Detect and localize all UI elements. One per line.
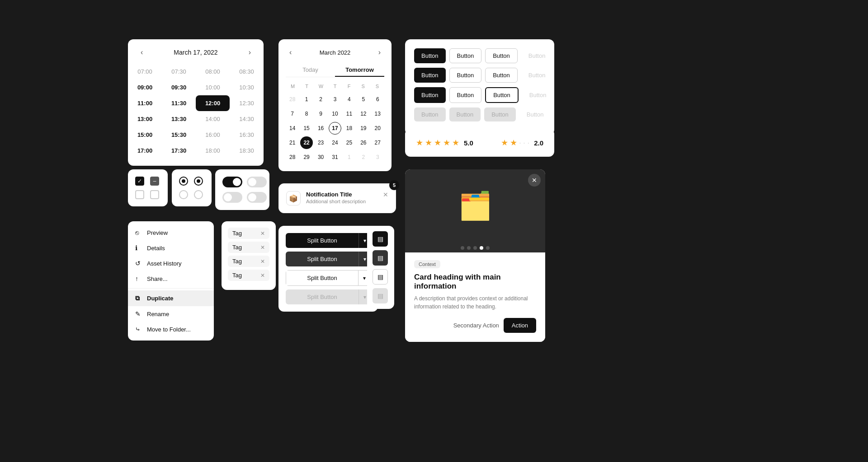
button-0-3[interactable]: Button bbox=[521, 48, 553, 63]
notification-close-button[interactable]: ✕ bbox=[383, 191, 388, 198]
time-cell[interactable]: 17:00 bbox=[128, 143, 162, 159]
calendar-cell[interactable]: 19 bbox=[357, 122, 370, 135]
time-cell[interactable]: 16:30 bbox=[230, 127, 264, 143]
calendar-cell[interactable]: 31 bbox=[329, 151, 341, 163]
calendar-cell[interactable]: 5 bbox=[357, 93, 370, 106]
calendar-cell[interactable]: 25 bbox=[343, 136, 355, 149]
tag-close-button[interactable]: ✕ bbox=[260, 230, 265, 237]
time-cell[interactable]: 07:00 bbox=[128, 64, 162, 79]
calendar-cell[interactable]: 3 bbox=[329, 93, 341, 106]
calendar-cell[interactable]: 27 bbox=[371, 136, 384, 149]
calendar-cell[interactable]: 4 bbox=[343, 93, 355, 106]
checkbox-unchecked-1[interactable] bbox=[135, 190, 144, 199]
menu-item-duplicate[interactable]: ⧉Duplicate bbox=[128, 290, 214, 306]
calendar-cell[interactable]: 14 bbox=[286, 122, 299, 135]
calendar-cell[interactable]: 10 bbox=[329, 107, 341, 120]
time-cell[interactable]: 14:30 bbox=[230, 111, 264, 127]
button-1-2[interactable]: Button bbox=[485, 68, 518, 83]
calendar-cell[interactable]: 12 bbox=[357, 107, 370, 120]
carousel-dot[interactable] bbox=[473, 246, 477, 250]
time-cell[interactable]: 12:30 bbox=[230, 95, 264, 111]
button-2-2[interactable]: Button bbox=[485, 87, 519, 103]
carousel-dot[interactable] bbox=[480, 246, 483, 250]
time-cell[interactable]: 17:30 bbox=[162, 143, 196, 159]
tag-close-button[interactable]: ✕ bbox=[260, 258, 265, 265]
time-cell[interactable]: 13:00 bbox=[128, 111, 162, 127]
menu-item-rename[interactable]: ✎Rename bbox=[128, 306, 214, 322]
button-2-0[interactable]: Button bbox=[414, 87, 446, 103]
time-cell[interactable]: 15:00 bbox=[128, 127, 162, 143]
carousel-dot[interactable] bbox=[467, 246, 471, 250]
calendar-cell[interactable]: 29 bbox=[300, 151, 313, 163]
radio-unselected-1[interactable] bbox=[179, 190, 188, 199]
icon-button-black[interactable]: ▤ bbox=[373, 231, 388, 247]
carousel-dot[interactable] bbox=[486, 246, 490, 250]
time-cell[interactable]: 10:30 bbox=[230, 79, 264, 95]
calendar-cell[interactable]: 16 bbox=[315, 122, 327, 135]
time-cell[interactable]: 09:30 bbox=[162, 79, 196, 95]
calendar-cell[interactable]: 28 bbox=[286, 151, 299, 163]
button-0-1[interactable]: Button bbox=[449, 48, 482, 63]
radio-unselected-2[interactable] bbox=[194, 190, 203, 199]
modal-secondary-action-button[interactable]: Secondary Action bbox=[453, 322, 499, 329]
cal-next-button[interactable]: › bbox=[375, 47, 384, 58]
calendar-cell[interactable]: 15 bbox=[300, 122, 313, 135]
modal-close-button[interactable]: ✕ bbox=[528, 174, 541, 187]
time-cell[interactable]: 09:00 bbox=[128, 79, 162, 95]
calendar-cell[interactable]: 30 bbox=[315, 151, 327, 163]
calendar-cell[interactable]: 2 bbox=[315, 93, 327, 106]
calendar-cell[interactable]: 1 bbox=[300, 93, 313, 106]
tag-close-button[interactable]: ✕ bbox=[260, 272, 265, 279]
calendar-cell[interactable]: 9 bbox=[315, 107, 327, 120]
checkbox-indeterminate[interactable]: – bbox=[150, 177, 159, 186]
time-cell[interactable]: 08:30 bbox=[230, 64, 264, 79]
time-cell[interactable]: 16:00 bbox=[196, 127, 230, 143]
checkbox-checked-1[interactable]: ✓ bbox=[135, 177, 144, 186]
calendar-cell[interactable]: 20 bbox=[371, 122, 384, 135]
calendar-cell[interactable]: 8 bbox=[300, 107, 313, 120]
checkbox-unchecked-2[interactable] bbox=[150, 190, 159, 199]
toggle-off-1[interactable] bbox=[247, 177, 267, 187]
button-1-0[interactable]: Button bbox=[414, 68, 446, 83]
menu-item-preview[interactable]: ⎋Preview bbox=[128, 225, 214, 240]
time-cell[interactable]: 12:00 bbox=[196, 95, 230, 111]
icon-button-outline[interactable]: ▤ bbox=[373, 269, 388, 285]
menu-item-share...[interactable]: ↑Share... bbox=[128, 271, 214, 286]
cal-prev-button[interactable]: ‹ bbox=[286, 47, 295, 58]
toggle-off-3[interactable] bbox=[247, 192, 267, 203]
time-cell[interactable]: 13:30 bbox=[162, 111, 196, 127]
calendar-cell[interactable]: 11 bbox=[343, 107, 355, 120]
menu-item-move-to-folder...[interactable]: ⤷Move to Folder... bbox=[128, 322, 214, 337]
calendar-cell[interactable]: 7 bbox=[286, 107, 299, 120]
button-0-2[interactable]: Button bbox=[485, 48, 518, 63]
time-cell[interactable]: 07:30 bbox=[162, 64, 196, 79]
tag-close-button[interactable]: ✕ bbox=[260, 244, 265, 251]
time-cell[interactable]: 11:30 bbox=[162, 95, 196, 111]
calendar-cell[interactable]: 21 bbox=[286, 136, 299, 149]
time-cell[interactable]: 08:00 bbox=[196, 64, 230, 79]
button-1-3[interactable]: Button bbox=[521, 68, 553, 83]
calendar-cell[interactable]: 3 bbox=[371, 151, 384, 163]
time-cell[interactable]: 14:00 bbox=[196, 111, 230, 127]
button-0-0[interactable]: Button bbox=[414, 48, 446, 63]
calendar-cell[interactable]: 2 bbox=[357, 151, 370, 163]
calendar-cell[interactable]: 26 bbox=[357, 136, 370, 149]
calendar-cell[interactable]: 22 bbox=[300, 136, 313, 149]
toggle-off-2[interactable] bbox=[222, 192, 242, 203]
split-button-main[interactable]: Split Button bbox=[286, 270, 359, 286]
calendar-cell[interactable]: 18 bbox=[343, 122, 355, 135]
calendar-cell[interactable]: 13 bbox=[371, 107, 384, 120]
calendar-cell[interactable]: 17 bbox=[329, 122, 341, 135]
carousel-dot[interactable] bbox=[461, 246, 464, 250]
split-button-main[interactable]: Split Button bbox=[286, 233, 359, 248]
time-cell[interactable]: 15:30 bbox=[162, 127, 196, 143]
tab-today[interactable]: Today bbox=[286, 64, 335, 77]
radio-selected-2[interactable] bbox=[194, 177, 203, 186]
menu-item-asset-history[interactable]: ↺Asset History bbox=[128, 256, 214, 271]
time-cell[interactable]: 10:00 bbox=[196, 79, 230, 95]
button-3-3[interactable]: Button bbox=[519, 107, 551, 121]
icon-button-dark[interactable]: ▤ bbox=[373, 250, 388, 266]
radio-selected-1[interactable] bbox=[179, 177, 188, 186]
calendar-cell[interactable]: 28 bbox=[286, 93, 299, 106]
calendar-cell[interactable]: 6 bbox=[371, 93, 384, 106]
